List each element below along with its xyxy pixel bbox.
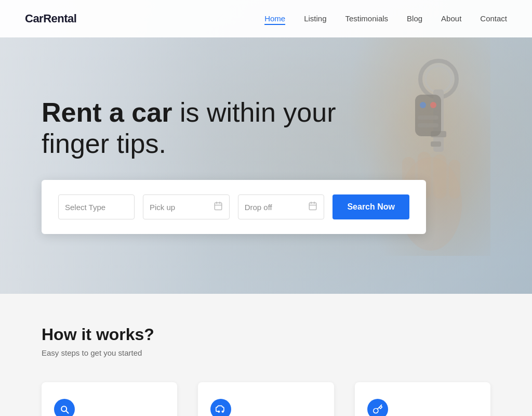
dropoff-calendar-icon [308,201,317,213]
how-it-works-title: How it works? [42,325,490,344]
search-box: Select Type Pick up Drop off [42,180,426,234]
step-2-icon [210,399,231,416]
step-3-icon [367,399,388,416]
brand-logo[interactable]: CarRental [25,12,76,25]
select-type-field[interactable]: Select Type [58,194,135,219]
step-card-2 [198,382,334,416]
svg-rect-15 [215,203,222,210]
svg-point-24 [222,411,224,413]
steps-row [42,382,490,416]
how-it-works-section: How it works? Easy steps to get you star… [0,294,532,416]
nav-item-listing[interactable]: Listing [304,14,326,23]
select-type-placeholder: Select Type [65,203,105,212]
search-now-button[interactable]: Search Now [332,194,409,219]
step-card-3 [355,382,490,416]
how-it-works-subtitle: Easy steps to get you started [42,348,490,357]
pickup-field[interactable]: Pick up [143,194,230,219]
nav-item-about[interactable]: About [441,14,461,23]
dropoff-placeholder: Drop off [245,203,272,212]
step-card-1 [42,382,177,416]
pickup-placeholder: Pick up [150,203,175,212]
nav-item-testimonials[interactable]: Testimonials [345,14,389,23]
hero-title: Rent a car is within your finger tips. [42,97,353,160]
svg-point-23 [218,411,220,413]
step-1-icon [54,399,75,416]
nav-item-contact[interactable]: Contact [480,14,507,23]
svg-rect-19 [310,203,317,210]
pickup-calendar-icon [214,201,223,213]
dropoff-field[interactable]: Drop off [238,194,325,219]
nav-item-blog[interactable]: Blog [407,14,422,23]
nav-links: Home Listing Testimonials Blog About Con… [264,14,507,23]
hero-content: Rent a car is within your finger tips. S… [0,60,532,235]
hero-section: Rent a car is within your finger tips. S… [0,0,532,294]
navbar: CarRental Home Listing Testimonials Blog… [0,0,532,37]
nav-item-home[interactable]: Home [264,14,285,23]
